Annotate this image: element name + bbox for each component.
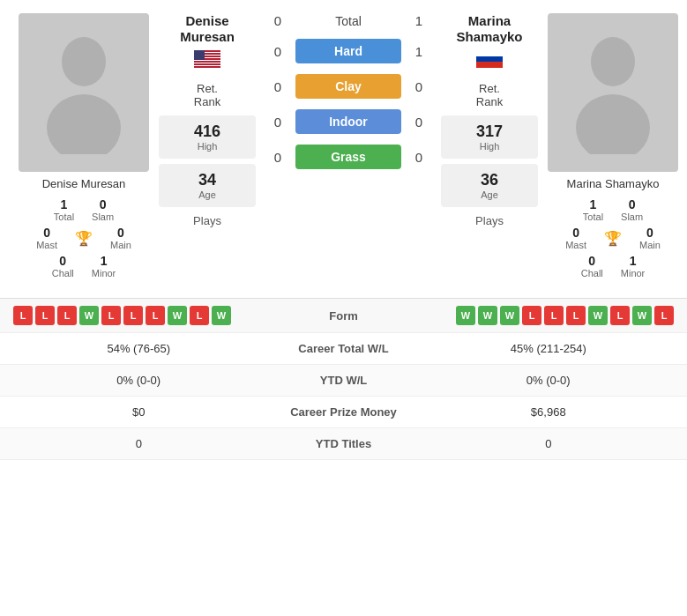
player1-plays: Plays: [193, 214, 221, 227]
form-right-badge-0: W: [456, 306, 475, 325]
stats-table-row: 54% (76-65)Career Total W/L45% (211-254): [0, 333, 687, 365]
form-left-badge-6: L: [146, 306, 165, 325]
stats-table-row: $0Career Prize Money$6,968: [0, 397, 687, 428]
stats-left-1: 0% (0-0): [13, 374, 265, 387]
indoor-row: 0 Indoor 0: [260, 109, 437, 134]
form-left-badge-7: W: [168, 306, 187, 325]
player2-name: Marina Shamayko: [567, 177, 660, 190]
player2-chall: 0 Chall: [581, 254, 603, 278]
svg-point-3: [576, 94, 650, 154]
form-label: Form: [300, 309, 388, 323]
stats-table-row: 0% (0-0)YTD W/L0% (0-0): [0, 365, 687, 397]
player2-stats: 1 Total 0 Slam 0 Mast 🏆 0: [538, 196, 687, 280]
form-left: LLLWLLLWLW: [13, 306, 300, 325]
stats-right-2: $6,968: [423, 405, 675, 419]
stats-table-row: 0YTD Titles0: [0, 428, 687, 460]
form-left-badge-8: L: [190, 306, 209, 325]
player1-avatar: [19, 13, 149, 172]
grass-score-right: 0: [401, 150, 437, 165]
player2-mast: 0 Mast: [565, 226, 586, 250]
grass-row: 0 Grass 0: [260, 145, 437, 169]
player2-stats-row1: 1 Total 0 Slam: [538, 197, 687, 222]
player2-ret-rank: Ret. Rank: [476, 75, 503, 112]
hard-button[interactable]: Hard: [295, 39, 401, 63]
form-right-badge-1: W: [478, 306, 497, 325]
player2-full-name: Marina Shamayko: [441, 13, 538, 45]
player2-minor: 1 Minor: [621, 254, 646, 278]
player1-minor: 1 Minor: [92, 254, 116, 278]
form-left-badge-4: L: [101, 306, 121, 325]
form-left-badge-5: L: [123, 306, 143, 325]
clay-button[interactable]: Clay: [295, 74, 401, 99]
form-left-badge-2: L: [57, 306, 77, 325]
center-col: 0 Total 1 0 Hard 1 0 Clay 0 0 Indoor 0: [256, 13, 441, 280]
grass-score-left: 0: [260, 150, 295, 165]
form-left-badge-9: W: [212, 306, 231, 325]
player2-stats-row3: 0 Chall 1 Minor: [538, 254, 687, 278]
form-row: LLLWLLLWLW Form WWWLLLWLWL: [0, 299, 687, 333]
hard-score-left: 0: [260, 44, 295, 59]
player1-middle: Denise Muresan Ret. Rank 416 High 34 Age…: [159, 13, 256, 280]
form-left-badge-0: L: [13, 306, 33, 325]
player2-avatar: [548, 13, 678, 172]
player1-card: Denise Muresan 1 Total 0 Slam 0 Mast: [9, 13, 159, 280]
player1-stats-row3: 0 Chall 1 Minor: [9, 254, 159, 278]
total-score-right: 1: [401, 13, 437, 28]
player2-flag: [476, 50, 503, 68]
svg-point-2: [591, 37, 635, 86]
player1-age-box: 34 Age: [159, 164, 256, 207]
player2-plays: Plays: [475, 214, 504, 227]
form-left-badge-1: L: [35, 306, 55, 325]
player1-trophy-row: 0 Mast 🏆 0 Main: [9, 226, 159, 250]
grass-button[interactable]: Grass: [295, 145, 401, 169]
form-right-badge-6: W: [588, 306, 608, 325]
stats-right-0: 45% (211-254): [423, 342, 675, 355]
player1-stats-row1: 1 Total 0 Slam: [9, 197, 159, 222]
player1-flag: [194, 50, 220, 68]
player1-chall: 0 Chall: [52, 254, 74, 278]
svg-point-0: [62, 37, 106, 86]
player1-slam: 0 Slam: [92, 197, 114, 222]
player1-name: Denise Muresan: [42, 177, 126, 190]
svg-point-1: [47, 94, 121, 154]
player1-stats: 1 Total 0 Slam 0 Mast 🏆 0: [9, 196, 159, 280]
total-row: 0 Total 1: [260, 13, 437, 28]
indoor-score-left: 0: [260, 115, 295, 130]
form-right-badge-7: L: [610, 306, 630, 325]
clay-row: 0 Clay 0: [260, 74, 437, 99]
form-right-badge-3: L: [522, 306, 541, 325]
stats-left-2: $0: [13, 405, 265, 419]
player1-trophy-icon: 🏆: [75, 230, 93, 247]
player1-mast: 0 Mast: [36, 226, 57, 250]
player1-high-box: 416 High: [159, 115, 256, 159]
player2-trophy-icon: 🏆: [604, 230, 622, 247]
bottom-section: LLLWLLLWLW Form WWWLLLWLWL 54% (76-65)Ca…: [0, 298, 687, 460]
player2-total-w: 1 Total: [583, 197, 603, 222]
hard-row: 0 Hard 1: [260, 39, 437, 63]
stats-right-1: 0% (0-0): [423, 374, 675, 387]
player1-main: 0 Main: [110, 226, 131, 250]
player2-high-box: 317 High: [441, 115, 538, 159]
main-container: Denise Muresan 1 Total 0 Slam 0 Mast: [0, 0, 687, 460]
player1-total-w: 1 Total: [54, 197, 74, 222]
top-section: Denise Muresan 1 Total 0 Slam 0 Mast: [0, 0, 687, 289]
player2-trophy-row: 0 Mast 🏆 0 Main: [538, 226, 687, 250]
stats-table: 54% (76-65)Career Total W/L45% (211-254)…: [0, 333, 687, 460]
player2-main: 0 Main: [639, 226, 661, 250]
form-right-badge-9: L: [654, 306, 674, 325]
hard-score-right: 1: [401, 44, 437, 59]
stats-left-0: 54% (76-65): [13, 342, 265, 355]
form-right-badge-5: L: [566, 306, 586, 325]
form-left-badge-3: W: [79, 306, 99, 325]
form-right-badge-2: W: [500, 306, 519, 325]
stats-center-3: YTD Titles: [265, 437, 423, 450]
player2-age-box: 36 Age: [441, 164, 538, 207]
player2-slam: 0 Slam: [621, 197, 643, 222]
stats-center-1: YTD W/L: [265, 374, 423, 387]
form-right-badge-4: L: [544, 306, 564, 325]
indoor-button[interactable]: Indoor: [295, 109, 401, 134]
total-score-left: 0: [260, 13, 295, 28]
stats-center-0: Career Total W/L: [265, 342, 423, 355]
player2-middle: Marina Shamayko Ret. Rank 317 High 36 Ag…: [441, 13, 538, 280]
stats-center-2: Career Prize Money: [265, 405, 423, 419]
